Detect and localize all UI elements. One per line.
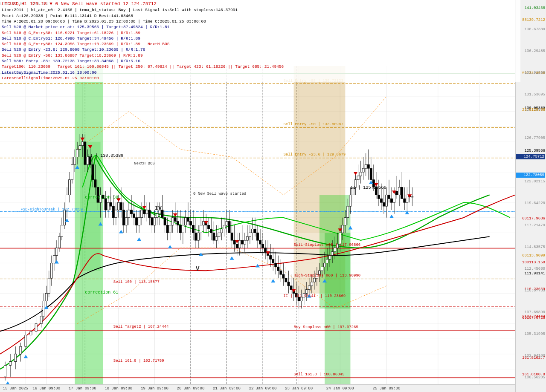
time-axis: 15 Jan 202516 Jan 09:0017 Jan 09:0018 Ja… [0, 384, 515, 392]
time-label: 19 Jan 09:00 [141, 386, 168, 391]
info-line-4: Sell %20 @ Market price or at: 125.39566… [2, 24, 519, 30]
price-label: 125.39566 [516, 149, 545, 153]
price-label: 131.53695 [516, 92, 545, 97]
chart-container: 141.0346888139.7212138.67380136.29485501… [0, 0, 546, 392]
price-label: 60107.0726 [516, 316, 545, 320]
price-label: 141.03468 [516, 6, 545, 10]
price-label: 107.69890 [516, 310, 545, 314]
price-label: 122.02115 [516, 179, 545, 184]
time-label: 17 Jan 09:00 [69, 386, 96, 391]
price-label: 126.77905 [516, 136, 545, 140]
price-label: 136.29485 [516, 49, 545, 53]
time-label: 22 Jan 09:00 [249, 386, 277, 391]
price-label: 111.93141 [516, 271, 545, 276]
info-line-5: Sell %10 @ C_Entry38: 116.9221 Target:61… [2, 30, 519, 36]
time-label: 20 Jan 09:00 [177, 386, 205, 391]
time-label: 21 Jan 09:00 [213, 386, 241, 391]
info-line-0: LTCUSD,H1 125.18 ▼ 0 New Sell wave start… [2, 1, 519, 7]
info-line-11: Target100: 110.23669 | Target 161: 100.8… [2, 64, 519, 69]
time-label: 25 Jan 09:00 [373, 386, 401, 391]
info-line-13: LatestSellSignalTime:2025.01.25 03:00:00 [2, 75, 519, 81]
time-label: 18 Jan 09:00 [105, 386, 132, 391]
price-label: 60113.9099 [516, 254, 545, 258]
price-label: 105.31995 [516, 332, 545, 336]
price-label: 100113.158 [516, 260, 545, 265]
info-line-6: Sell %10 @ C_Entry61: 120.4990 Target:34… [2, 36, 519, 41]
price-label: 122.78059 [516, 173, 545, 178]
price-label: 88139.7212 [516, 18, 545, 22]
info-line-2: Point A:126.29038 | Point B:111.13141 D … [2, 13, 519, 19]
price-label: 119.64220 [516, 201, 545, 205]
price-label: 100.56205 [516, 375, 545, 380]
price-label: 138.67380 [516, 27, 545, 32]
time-label: 15 Jan 2025 [3, 386, 28, 391]
info-line-10: Sell %88: Entry -88: 139.72138 Target:33… [2, 58, 519, 64]
info-line-12: LatestBuySignalTime:2025.01.16 18:00:00 [2, 70, 519, 75]
info-line-1: Line:2911 | h1_atr_c0: 2.4156 | tema_b1_… [2, 7, 519, 13]
price-label: 102.94100 [516, 354, 545, 358]
time-label: 24 Jan 09:00 [326, 386, 354, 391]
info-line-9: Sell %20 @ Entry -50: 133.86987 Target:1… [2, 53, 519, 58]
price-label: 114.83575 [516, 245, 545, 249]
info-line-3: Time A:2025.01.20 09:00:00 | Time B:2025… [2, 19, 519, 24]
time-label: 16 Jan 09:00 [32, 386, 60, 391]
info-line-8: Sell %20 @ Entry -23.6: 129.8068 Target:… [2, 47, 519, 52]
price-label: 124.75712 [516, 154, 545, 159]
info-line-7: Sell %10 @ C_Entry88: 124.3956 Target:10… [2, 41, 519, 47]
price-label: 112.45680 [516, 267, 545, 271]
price-label: 23.6129.86 [516, 108, 545, 112]
price-label: 133.91590 [516, 71, 545, 75]
info-panel: LTCUSD,H1 125.18 ▼ 0 New Sell wave start… [0, 0, 520, 82]
price-label: 117.21470 [516, 223, 545, 228]
price-label: 60117.9686 [516, 216, 545, 221]
time-label: 23 Jan 09:00 [285, 386, 313, 391]
price-label: 110.07785 [516, 288, 545, 293]
